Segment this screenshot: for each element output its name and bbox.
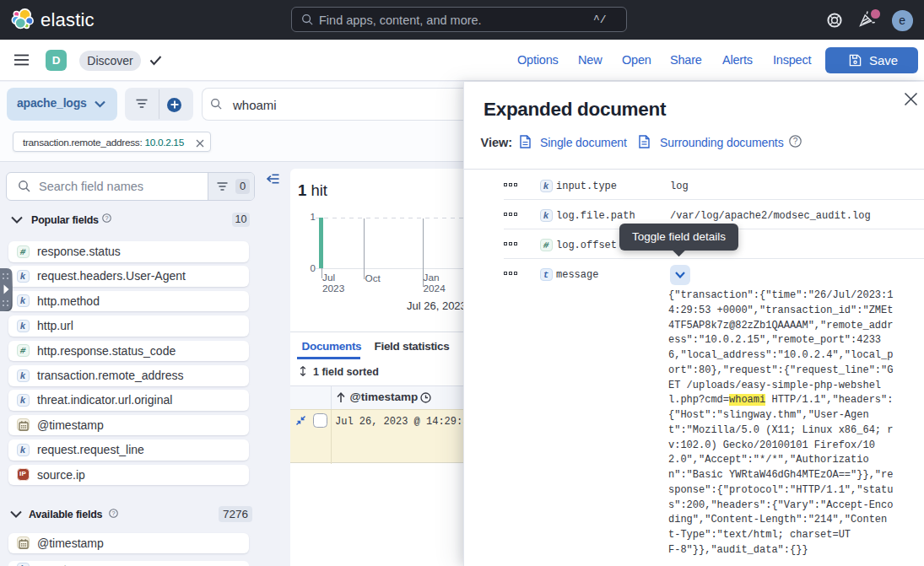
svg-text:?: ? — [111, 509, 115, 517]
svg-text:?: ? — [105, 214, 108, 222]
svg-text:?: ? — [793, 137, 798, 146]
